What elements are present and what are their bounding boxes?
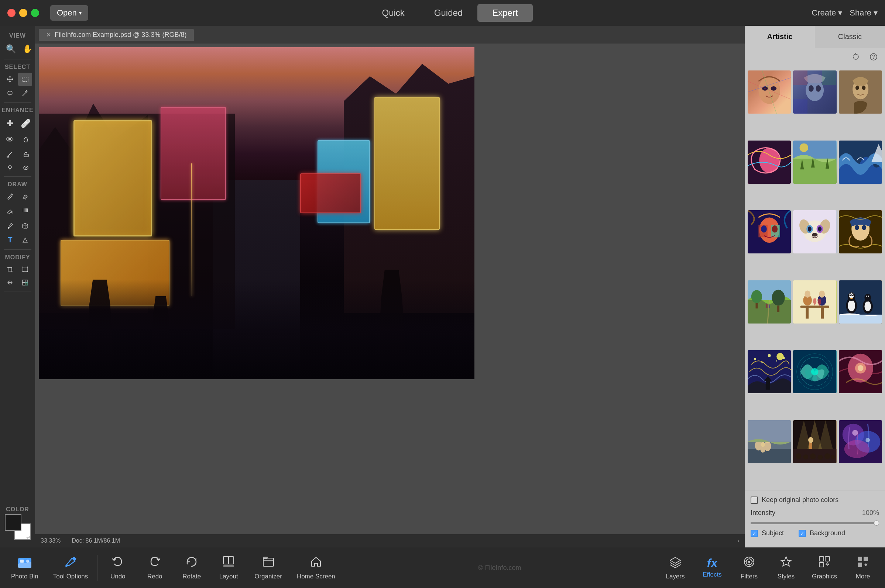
blur-tool[interactable] — [18, 132, 34, 147]
document-tab[interactable]: ✕ FileInfo.com Example.psd @ 33.3% (RGB/… — [39, 29, 194, 41]
enhance-tools: ✚ 🩹 👁 — [0, 115, 35, 175]
eyedropper-tool[interactable] — [3, 219, 17, 232]
effect-thumb-17[interactable] — [793, 420, 836, 464]
create-button[interactable]: Create ▾ — [811, 8, 842, 18]
marquee-tool[interactable] — [18, 73, 33, 86]
filters-button[interactable]: Filters — [731, 552, 768, 583]
intensity-slider[interactable] — [751, 522, 879, 524]
red-eye-tool[interactable]: 👁 — [3, 132, 17, 147]
recompose-tool[interactable] — [18, 276, 33, 289]
smudge-tool[interactable] — [18, 148, 34, 161]
pencil-tool[interactable] — [3, 190, 17, 202]
spot-healing-tool[interactable]: ✚ — [3, 116, 17, 131]
help-icon[interactable] — [867, 51, 880, 64]
rotate-button[interactable]: Rotate — [173, 552, 210, 583]
svg-point-31 — [808, 85, 814, 92]
street-lamp-1 — [191, 164, 193, 296]
pattern-tool[interactable] — [18, 219, 33, 232]
crop-tool[interactable] — [3, 263, 17, 276]
svg-point-32 — [816, 85, 821, 92]
svg-point-132 — [831, 454, 835, 459]
right-panel: Artistic Classic — [745, 26, 885, 548]
shape-tool[interactable] — [18, 233, 33, 247]
subject-checkbox[interactable] — [751, 530, 758, 537]
zoom-tool[interactable]: 🔍 — [3, 41, 19, 57]
dodge-tool[interactable] — [3, 162, 17, 174]
effects-button[interactable]: fx Effects — [694, 554, 731, 581]
svg-point-60 — [812, 233, 818, 237]
guided-mode-button[interactable]: Guided — [420, 4, 477, 22]
effect-thumb-12[interactable] — [839, 280, 882, 324]
svg-point-10 — [11, 212, 13, 213]
swap-colors-icon[interactable]: ⇌ — [26, 534, 31, 540]
photo-bin-button[interactable]: Photo Bin — [4, 552, 46, 583]
effect-thumb-9[interactable] — [839, 210, 882, 254]
artistic-tab[interactable]: Artistic — [745, 26, 815, 48]
healing-brush-tool[interactable]: 🩹 — [18, 116, 34, 131]
minimize-button[interactable] — [19, 9, 27, 17]
move-tool[interactable] — [3, 73, 17, 86]
tool-options-button[interactable]: Tool Options — [46, 552, 96, 583]
keep-colors-checkbox[interactable] — [751, 496, 758, 504]
undo-button[interactable]: Undo — [99, 552, 136, 583]
type-tool[interactable]: T — [3, 233, 17, 247]
close-tab-icon[interactable]: ✕ — [46, 32, 51, 38]
foreground-color[interactable] — [5, 514, 21, 531]
fullscreen-button[interactable] — [31, 9, 39, 17]
svg-point-96 — [868, 296, 869, 297]
effect-thumb-6[interactable] — [839, 141, 882, 184]
close-button[interactable] — [8, 9, 15, 17]
effect-thumb-15[interactable] — [839, 350, 882, 393]
effect-thumb-16[interactable] — [748, 420, 791, 464]
neon-sign-1 — [74, 120, 152, 237]
home-screen-label: Home Screen — [297, 573, 335, 580]
content-aware-move-tool[interactable] — [3, 276, 17, 289]
share-button[interactable]: Share ▾ — [850, 8, 877, 18]
eraser-tool[interactable] — [18, 190, 33, 202]
organizer-button[interactable]: Organizer — [247, 552, 289, 583]
effect-thumb-18[interactable] — [839, 420, 882, 464]
graphics-button[interactable]: Graphics — [805, 552, 844, 583]
layers-button[interactable]: Layers — [657, 552, 694, 583]
more-button[interactable]: More — [844, 552, 881, 583]
toolbar-divider-2 — [4, 102, 32, 102]
canvas-wrapper[interactable] — [35, 44, 745, 534]
effect-thumb-2[interactable] — [793, 70, 836, 114]
effect-thumb-3[interactable] — [839, 70, 882, 114]
layout-button[interactable]: Layout — [210, 552, 247, 583]
open-button[interactable]: Open ▾ — [50, 5, 88, 21]
home-screen-button[interactable]: Home Screen — [289, 552, 343, 583]
filters-icon — [742, 555, 756, 571]
effect-thumb-8[interactable] — [793, 210, 836, 254]
effect-thumb-5[interactable] — [793, 141, 836, 184]
lasso-tool[interactable] — [3, 87, 17, 100]
classic-tab[interactable]: Classic — [815, 26, 885, 48]
sponge-tool[interactable] — [18, 162, 34, 174]
background-checkbox[interactable] — [799, 530, 806, 537]
refresh-icon[interactable] — [849, 51, 863, 64]
paint-bucket-tool[interactable] — [3, 203, 17, 219]
magic-wand-tool[interactable] — [18, 87, 33, 100]
effect-thumb-10[interactable] — [748, 280, 791, 324]
svg-rect-74 — [801, 305, 829, 308]
styles-button[interactable]: Styles — [768, 552, 805, 583]
redo-button[interactable]: Redo — [136, 552, 173, 583]
quick-mode-button[interactable]: Quick — [367, 4, 419, 22]
effect-thumb-13[interactable] — [748, 350, 791, 393]
brush-tool[interactable] — [3, 148, 17, 161]
hand-tool[interactable]: ✋ — [20, 41, 35, 57]
select-section-label: SELECT — [0, 61, 35, 72]
intensity-thumb[interactable] — [874, 520, 879, 526]
effect-thumb-14[interactable] — [793, 350, 836, 393]
svg-point-89 — [851, 294, 852, 295]
effect-thumb-1[interactable] — [748, 70, 791, 114]
gradient-tool[interactable] — [18, 203, 33, 219]
effect-thumb-7[interactable] — [748, 210, 791, 254]
transform-tool[interactable] — [18, 263, 33, 276]
expert-mode-button[interactable]: Expert — [477, 4, 533, 22]
toolbar-divider-5 — [4, 291, 32, 291]
effect-thumb-4[interactable] — [748, 141, 791, 184]
svg-point-26 — [771, 86, 777, 91]
effect-thumb-11[interactable] — [793, 280, 836, 324]
svg-point-6 — [24, 166, 28, 170]
